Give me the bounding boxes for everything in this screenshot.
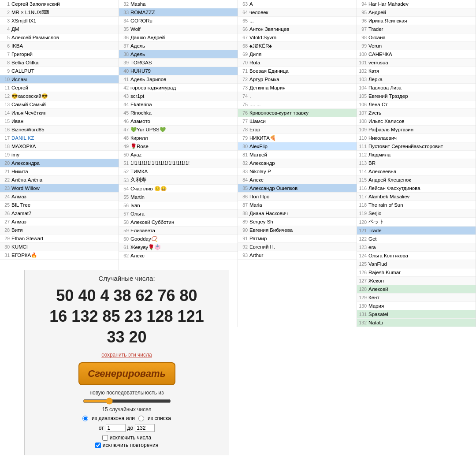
row-name: Verun: [368, 43, 474, 48]
list-row: 127Жекон: [357, 277, 476, 285]
row-number: 114: [359, 169, 368, 174]
row-number: 8: [2, 60, 11, 65]
row-name: Артур Ромка: [249, 77, 355, 82]
row-number: 106: [359, 102, 368, 107]
row-name: VanFlud: [368, 261, 474, 267]
row-number: 101: [359, 60, 368, 65]
row-number: 24: [2, 194, 11, 199]
range-radio[interactable]: [82, 416, 88, 421]
row-name: Александр Ощепков: [249, 186, 355, 191]
range-from-input[interactable]: [106, 424, 126, 432]
row-number: 46: [121, 119, 130, 124]
row-name: Самый Самый: [11, 102, 117, 107]
row-number: 50: [121, 152, 130, 157]
list-row: 17DANIL KZ: [0, 134, 119, 142]
exclude-repeats-label: исключить повторения: [103, 442, 158, 448]
row-name: Trade: [368, 228, 474, 233]
row-number: 80: [240, 144, 249, 149]
row-number: 36: [121, 35, 130, 40]
row-number: 79: [240, 135, 249, 141]
row-name: .... ...: [249, 102, 355, 107]
row-name: MR × L1NUX⌨: [11, 9, 117, 15]
row-number: 86: [240, 194, 249, 199]
row-number: 52: [121, 169, 130, 174]
list-row: 29Ethan Stewart: [0, 234, 119, 243]
list-row: 31ЕГОРКА🔥: [0, 251, 119, 260]
row-number: 111: [359, 144, 368, 149]
row-name: человек: [249, 10, 355, 15]
row-name: Ayaz: [130, 152, 236, 157]
row-number: 96: [359, 18, 368, 23]
numbers-line1: 50 40 4 38 62 76 80: [33, 286, 220, 306]
row-name: Алексей Размыслов: [11, 35, 117, 40]
row-name: Ратмир: [249, 236, 355, 241]
numbers-line3: 33 20: [33, 327, 220, 348]
row-number: 128: [359, 286, 368, 292]
row-number: 3: [2, 18, 11, 23]
row-name: Sergey Sh: [249, 219, 355, 224]
row-name: Nikolay P: [249, 169, 355, 174]
list-row: 89Sergey Sh: [238, 218, 357, 226]
row-number: 81: [240, 152, 249, 157]
list-row: 72Артур Ромка: [238, 75, 357, 84]
row-number: 6: [2, 43, 11, 48]
row-name: Алексей: [368, 286, 474, 292]
row-name: Матвей: [249, 152, 355, 157]
list-row: 13Самый Самый: [0, 100, 119, 109]
row-number: 18: [2, 144, 11, 149]
row-name: ペット: [368, 219, 474, 225]
list-row: 11Сергей: [0, 84, 119, 92]
from-label: от: [99, 425, 104, 431]
row-name: Лейсан Фасхутдинова: [368, 186, 474, 191]
list-radio[interactable]: [138, 416, 144, 421]
row-number: 39: [121, 60, 130, 65]
list-row: 27Алмаз: [0, 218, 119, 226]
list-row: 128Алексей: [357, 285, 476, 294]
row-number: 62: [121, 253, 130, 258]
row-number: 4: [2, 26, 11, 32]
row-name: Лерка: [368, 77, 474, 82]
list-row: 107Zverь: [357, 109, 476, 117]
save-link[interactable]: сохранить эти числа: [33, 352, 220, 358]
list-radio-label: из списка: [148, 415, 171, 421]
row-name: Боевая Единица: [249, 68, 355, 74]
list-row: 108Ильяс Халисов: [357, 117, 476, 126]
row-name: HUHU79: [130, 68, 236, 74]
list-row: 511!1!1!1!1!1!1!1!1!1!1!1!1!1!: [119, 159, 238, 167]
exclude-repeats-checkbox[interactable]: [95, 443, 101, 448]
row-number: 75: [240, 102, 249, 107]
row-name: Алексеевна: [368, 169, 474, 174]
row-name: Илья Чечёткин: [11, 110, 117, 115]
list-row: 71Боевая Единица: [238, 67, 357, 75]
list-row: 87Maria: [238, 201, 357, 209]
list-row: 43scr1pt: [119, 92, 238, 100]
list-row: 113BR: [357, 159, 476, 167]
list-row: 84Алекс: [238, 176, 357, 184]
row-name: Жекон: [368, 278, 474, 283]
row-number: 15: [2, 119, 11, 124]
list-row: 59Елизавета: [119, 227, 238, 235]
row-number: 119: [359, 211, 368, 216]
row-number: 44: [121, 102, 130, 107]
list-row: 85Александр Ощепков: [238, 184, 357, 193]
row-number: 115: [359, 177, 368, 182]
row-name: Arthur: [249, 253, 355, 258]
count-slider[interactable]: [83, 398, 171, 405]
row-number: 10: [2, 77, 11, 82]
row-name: Алекс: [249, 177, 355, 182]
range-to-input[interactable]: [135, 424, 155, 432]
row-name: Пустовит Сергенийазъсторовит: [368, 144, 474, 149]
row-number: 68: [240, 43, 249, 48]
exclude-numbers-row: исключить числа: [33, 435, 220, 441]
row-number: 20: [2, 160, 11, 166]
exclude-numbers-checkbox[interactable]: [102, 435, 108, 441]
row-number: 33: [121, 10, 130, 15]
row-number: 34: [121, 18, 130, 23]
list-row: 66Антон Звягинцев: [238, 25, 357, 33]
list-row: 105Евгений Трэздер: [357, 92, 476, 100]
list-row: 26Azamat7: [0, 209, 119, 218]
generate-button[interactable]: Сгенерировать: [78, 362, 175, 385]
row-name: verrusua: [368, 60, 474, 65]
row-name: 🌹Rose: [130, 143, 236, 149]
row-name: Alambek Masaliev: [368, 194, 474, 199]
